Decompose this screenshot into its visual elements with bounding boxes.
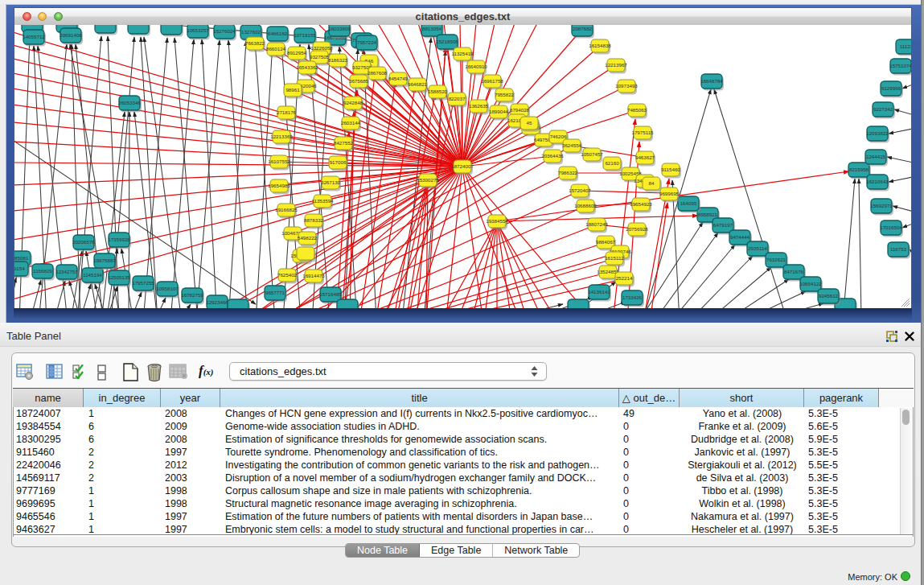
svg-text:3267130: 3267130 bbox=[321, 179, 341, 185]
svg-text:12505135: 12505135 bbox=[108, 274, 130, 280]
svg-text:62160: 62160 bbox=[605, 160, 619, 166]
svg-text:5498222: 5498222 bbox=[298, 235, 318, 241]
svg-text:19654985: 19654985 bbox=[268, 183, 290, 188]
svg-text:16648784: 16648784 bbox=[700, 78, 723, 84]
svg-text:17957255: 17957255 bbox=[132, 280, 154, 286]
svg-text:15300275: 15300275 bbox=[417, 177, 439, 183]
svg-text:98961: 98961 bbox=[285, 87, 300, 93]
svg-text:917006: 917006 bbox=[330, 159, 347, 165]
svg-text:16033809: 16033809 bbox=[328, 26, 351, 31]
svg-text:9242848: 9242848 bbox=[343, 100, 363, 105]
svg-text:8186323: 8186323 bbox=[328, 57, 348, 63]
svg-text:18724007: 18724007 bbox=[451, 163, 474, 169]
svg-text:15218506: 15218506 bbox=[436, 39, 458, 44]
svg-text:15716485: 15716485 bbox=[319, 291, 342, 297]
svg-text:12213967: 12213967 bbox=[605, 62, 627, 68]
svg-text:6794028: 6794028 bbox=[510, 107, 530, 113]
svg-text:12342757: 12342757 bbox=[55, 269, 78, 274]
svg-text:10688609: 10688609 bbox=[574, 203, 597, 208]
svg-text:10507457: 10507457 bbox=[581, 151, 603, 157]
svg-text:164095: 164095 bbox=[680, 200, 697, 206]
svg-text:9657771: 9657771 bbox=[265, 290, 285, 295]
svg-text:3675685: 3675685 bbox=[349, 78, 369, 84]
svg-text:2867608: 2867608 bbox=[368, 70, 388, 76]
svg-text:17016504: 17016504 bbox=[880, 225, 902, 230]
svg-text:8454749: 8454749 bbox=[388, 76, 409, 81]
svg-text:16961758: 16961758 bbox=[481, 78, 503, 84]
svg-text:18807249: 18807249 bbox=[585, 221, 608, 227]
svg-text:985081: 985081 bbox=[14, 255, 29, 261]
svg-text:15276024: 15276024 bbox=[213, 28, 236, 34]
svg-text:9115460: 9115460 bbox=[661, 167, 680, 172]
svg-text:17975115: 17975115 bbox=[631, 130, 654, 135]
svg-text:9245612: 9245612 bbox=[819, 293, 839, 299]
svg-text:16107552: 16107552 bbox=[268, 159, 290, 164]
svg-text:7957224: 7957224 bbox=[357, 39, 377, 45]
svg-text:11325419: 11325419 bbox=[451, 51, 474, 56]
svg-text:15751074: 15751074 bbox=[889, 63, 911, 68]
svg-text:11353594: 11353594 bbox=[311, 198, 334, 204]
svg-text:16782759: 16782759 bbox=[181, 292, 203, 298]
svg-text:9227342: 9227342 bbox=[873, 106, 893, 112]
svg-text:19166825: 19166825 bbox=[275, 207, 298, 212]
svg-text:8215958: 8215958 bbox=[849, 167, 869, 172]
svg-text:84: 84 bbox=[649, 180, 655, 186]
svg-text:8427552: 8427552 bbox=[334, 140, 354, 146]
svg-text:9327505: 9327505 bbox=[310, 54, 330, 60]
svg-text:8878332: 8878332 bbox=[304, 217, 324, 223]
svg-text:7663822: 7663822 bbox=[245, 40, 265, 46]
svg-text:2718176: 2718176 bbox=[277, 109, 297, 115]
svg-text:1145194: 1145194 bbox=[83, 272, 102, 278]
svg-text:1588520: 1588520 bbox=[428, 89, 448, 94]
svg-text:10653257: 10653257 bbox=[187, 27, 209, 33]
svg-text:2603144: 2603144 bbox=[341, 120, 361, 126]
svg-text:16914473: 16914473 bbox=[302, 273, 325, 278]
svg-text:1362635: 1362635 bbox=[469, 103, 489, 109]
svg-text:2935114: 2935114 bbox=[748, 245, 767, 251]
svg-text:19654923: 19654923 bbox=[630, 201, 652, 207]
svg-text:14136141: 14136141 bbox=[588, 289, 610, 295]
svg-text:17359928: 17359928 bbox=[108, 237, 130, 242]
svg-text:6479197: 6479197 bbox=[713, 222, 733, 228]
svg-text:12093822: 12093822 bbox=[866, 130, 889, 136]
svg-text:26053346: 26053346 bbox=[118, 100, 141, 105]
svg-text:12213369: 12213369 bbox=[270, 134, 293, 139]
svg-text:9646821: 9646821 bbox=[408, 81, 428, 87]
svg-text:14055712: 14055712 bbox=[23, 34, 45, 39]
svg-text:9463627: 9463627 bbox=[635, 154, 655, 160]
svg-text:15720407: 15720407 bbox=[569, 187, 591, 193]
svg-text:8912954: 8912954 bbox=[287, 50, 307, 56]
svg-text:19384554: 19384554 bbox=[486, 218, 508, 224]
svg-text:7632621: 7632621 bbox=[766, 257, 786, 262]
svg-text:1244415: 1244415 bbox=[866, 154, 886, 159]
svg-text:39154: 39154 bbox=[14, 266, 25, 271]
svg-text:1327602: 1327602 bbox=[241, 29, 261, 35]
svg-text:746206: 746206 bbox=[550, 134, 567, 139]
svg-text:1733426: 1733426 bbox=[622, 295, 643, 300]
svg-text:6466160: 6466160 bbox=[268, 31, 288, 36]
svg-text:9129966: 9129966 bbox=[881, 85, 901, 91]
svg-text:20206576: 20206576 bbox=[72, 239, 95, 245]
svg-text:16210643: 16210643 bbox=[866, 179, 889, 184]
svg-text:8813054: 8813054 bbox=[422, 26, 442, 31]
svg-text:8471676: 8471676 bbox=[784, 269, 804, 274]
svg-text:1899044: 1899044 bbox=[489, 109, 509, 114]
svg-text:116753: 116753 bbox=[890, 246, 907, 252]
svg-text:3624554: 3624554 bbox=[562, 142, 582, 148]
svg-text:7485063: 7485063 bbox=[627, 107, 647, 113]
svg-text:10654122: 10654122 bbox=[799, 281, 822, 286]
svg-text:7955822: 7955822 bbox=[495, 92, 515, 97]
svg-text:7625402: 7625402 bbox=[277, 272, 298, 278]
svg-text:16154838: 16154838 bbox=[589, 43, 611, 48]
svg-text:20756928: 20756928 bbox=[626, 226, 648, 232]
svg-text:10958107: 10958107 bbox=[156, 286, 179, 291]
svg-text:9699695: 9699695 bbox=[659, 191, 680, 196]
svg-text:11123: 11123 bbox=[900, 43, 911, 49]
svg-text:10719155: 10719155 bbox=[294, 32, 316, 38]
svg-text:8660124: 8660124 bbox=[266, 46, 286, 51]
svg-text:13226058: 13226058 bbox=[310, 45, 333, 51]
svg-text:16543362: 16543362 bbox=[296, 64, 318, 70]
svg-text:252214: 252214 bbox=[616, 275, 633, 281]
svg-text:10973493: 10973493 bbox=[615, 83, 638, 89]
svg-text:16640910: 16640910 bbox=[465, 64, 487, 69]
